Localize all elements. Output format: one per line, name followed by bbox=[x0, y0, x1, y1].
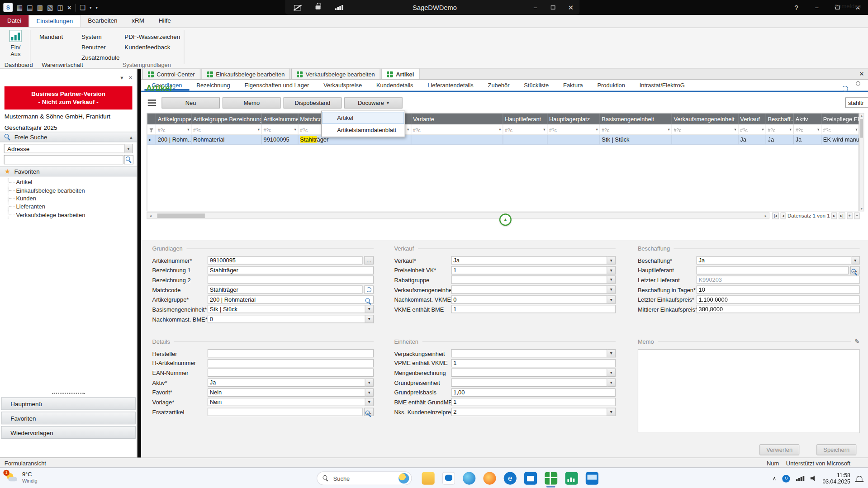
field-input[interactable]: 1 bbox=[451, 359, 615, 367]
field-input[interactable]: K990203 bbox=[697, 276, 860, 284]
field-input[interactable]: 200 | Rohmaterial bbox=[208, 295, 374, 303]
toolbar-button[interactable]: Docuware▾ bbox=[344, 97, 403, 108]
filter-type-icon[interactable] bbox=[413, 124, 421, 134]
filter-type-icon[interactable] bbox=[796, 124, 803, 134]
chevron-down-icon[interactable]: ▾ bbox=[596, 127, 598, 132]
grid-column-header[interactable]: Aktiv bbox=[794, 114, 821, 124]
grid-cell[interactable]: Ja bbox=[794, 135, 821, 144]
grid-cell[interactable]: Rohmaterial bbox=[191, 135, 261, 144]
chevron-down-icon[interactable]: ▼ bbox=[607, 256, 616, 264]
field-input[interactable] bbox=[208, 359, 374, 367]
document-tab[interactable]: Einkaufsbelege bearbeiten bbox=[201, 69, 290, 79]
grid-cell[interactable]: 99100095 bbox=[262, 135, 299, 144]
favorites-header[interactable]: ★ Favoriten bbox=[0, 166, 137, 176]
detail-tab[interactable]: Produktion bbox=[590, 80, 632, 90]
module-tab[interactable]: Warenwirtschaft bbox=[42, 62, 83, 68]
field-input[interactable] bbox=[208, 349, 374, 357]
grid-column-header[interactable]: Artikelgruppe bbox=[156, 114, 191, 124]
field-input[interactable] bbox=[697, 266, 849, 274]
chevron-down-icon[interactable]: ▼ bbox=[607, 295, 616, 303]
grid-filter-cell[interactable]: ▾ bbox=[600, 124, 672, 134]
ribbon-button[interactable]: Zusatzmodule bbox=[75, 52, 123, 62]
grid-filter-cell[interactable]: ▾ bbox=[411, 124, 503, 134]
chevron-down-icon[interactable]: ▾ bbox=[407, 127, 409, 132]
layout-icon[interactable]: ❏ bbox=[80, 4, 85, 11]
document-tab[interactable]: Artikel bbox=[381, 69, 419, 79]
grid-column-header[interactable]: Artikelgruppe Bezeichnung bbox=[191, 114, 261, 124]
save-button[interactable]: Speichern bbox=[816, 444, 856, 455]
chevron-down-icon[interactable]: ▾ bbox=[124, 144, 132, 152]
chevron-down-icon[interactable]: ▼ bbox=[365, 388, 374, 396]
calendar-grid-icon[interactable]: ▥ bbox=[37, 4, 43, 11]
detail-tab[interactable]: Stückliste bbox=[517, 80, 556, 90]
edge-icon[interactable]: e bbox=[504, 472, 517, 485]
favorites-tree-item[interactable]: Artikel bbox=[8, 178, 85, 186]
grid-filter-cell[interactable]: ▾ bbox=[794, 124, 821, 134]
chevron-down-icon[interactable]: ▼ bbox=[607, 285, 616, 294]
field-input[interactable] bbox=[451, 369, 607, 377]
field-input[interactable]: Ja bbox=[208, 379, 365, 387]
grid-filter-cell[interactable]: ▾ bbox=[739, 124, 766, 134]
store-icon[interactable] bbox=[524, 472, 537, 485]
field-input[interactable]: Nein bbox=[208, 388, 365, 396]
field-input[interactable]: 380,8000 bbox=[697, 305, 860, 313]
favorites-tree-item[interactable]: Verkaufsbelege bearbeiten bbox=[8, 211, 85, 219]
splitter-handle[interactable] bbox=[52, 393, 85, 394]
menu-item[interactable]: Bearbeiten bbox=[81, 15, 124, 27]
discard-button[interactable]: Verwerfen bbox=[759, 444, 799, 455]
hidden-icons-chevron[interactable]: ∧ bbox=[772, 475, 776, 481]
chevron-down-icon[interactable]: ▼ bbox=[607, 379, 616, 387]
chevron-down-icon[interactable]: ▾ bbox=[734, 127, 736, 132]
field-input[interactable]: Nein bbox=[208, 398, 365, 406]
sidebar-search-input[interactable] bbox=[4, 155, 123, 165]
grid-column-header[interactable]: Beschaff... bbox=[766, 114, 794, 124]
filter-type-icon[interactable] bbox=[602, 124, 609, 134]
chevron-down-icon[interactable]: ▾ bbox=[258, 127, 260, 132]
grid-cell[interactable] bbox=[672, 135, 739, 144]
grid-filter-cell[interactable]: ▾ bbox=[821, 124, 859, 134]
network-icon[interactable] bbox=[796, 476, 804, 481]
first-record-button[interactable]: |◂ bbox=[772, 212, 778, 219]
filter-handle-cell[interactable] bbox=[147, 124, 157, 134]
filter-type-icon[interactable] bbox=[768, 124, 775, 134]
hamburger-menu-icon[interactable] bbox=[148, 99, 156, 101]
grid-cell[interactable]: Ja bbox=[766, 135, 794, 144]
grid-cell[interactable]: 200 | Rohm... bbox=[156, 135, 191, 144]
chevron-down-icon[interactable]: ▾ bbox=[817, 127, 819, 132]
clock[interactable]: 11:58 03.04.2025 bbox=[823, 472, 850, 485]
field-input[interactable] bbox=[451, 285, 607, 294]
file-explorer-icon[interactable] bbox=[422, 472, 435, 485]
field-input[interactable]: 99100095 bbox=[208, 256, 363, 264]
filter-type-icon[interactable] bbox=[193, 124, 201, 134]
menu-item[interactable]: Datei bbox=[0, 15, 28, 27]
field-input[interactable]: Stk | Stück bbox=[208, 305, 365, 313]
grid-cell[interactable] bbox=[503, 135, 547, 144]
delete-record-button[interactable]: − bbox=[854, 212, 860, 219]
grid-filter-cell[interactable]: ▾ bbox=[262, 124, 299, 134]
filter-type-icon[interactable] bbox=[158, 124, 166, 134]
chevron-down-icon[interactable]: ▼ bbox=[607, 276, 616, 284]
filter-type-icon[interactable] bbox=[674, 124, 681, 134]
volume-icon[interactable] bbox=[811, 475, 816, 481]
document-tab[interactable]: Verkaufsbelege bearbeiten bbox=[291, 69, 380, 79]
close-icon[interactable]: × bbox=[129, 74, 133, 81]
last-record-button[interactable]: ▸| bbox=[839, 212, 845, 219]
filter-type-icon[interactable] bbox=[264, 124, 271, 134]
sidebar-nav-item[interactable]: Favoriten bbox=[1, 412, 135, 424]
pencil-icon[interactable]: ✎ bbox=[854, 338, 859, 345]
split-view-icon[interactable]: ◫ bbox=[57, 4, 64, 11]
grid-column-header[interactable]: Variante bbox=[411, 114, 503, 124]
pin-down-icon[interactable]: ▾ bbox=[120, 75, 123, 81]
filter-type-icon[interactable] bbox=[823, 124, 831, 134]
filter-type-icon[interactable] bbox=[549, 124, 557, 134]
grid-cell[interactable]: Stk | Stück bbox=[600, 135, 672, 144]
grid-filter-cell[interactable]: ▾ bbox=[156, 124, 191, 134]
address-select[interactable]: Adresse ▾ bbox=[4, 144, 133, 153]
chevron-down-icon[interactable]: ▾ bbox=[187, 127, 189, 132]
chevron-down-icon[interactable]: ▼ bbox=[365, 315, 374, 323]
close-tab-icon[interactable]: ✕ bbox=[859, 70, 864, 77]
chevron-down-icon[interactable]: ▾ bbox=[294, 127, 296, 132]
remote-display-icon[interactable] bbox=[586, 472, 598, 485]
toolbar-button[interactable]: Memo▾ bbox=[223, 97, 281, 108]
chevron-down-icon[interactable]: ▾ bbox=[668, 127, 670, 132]
